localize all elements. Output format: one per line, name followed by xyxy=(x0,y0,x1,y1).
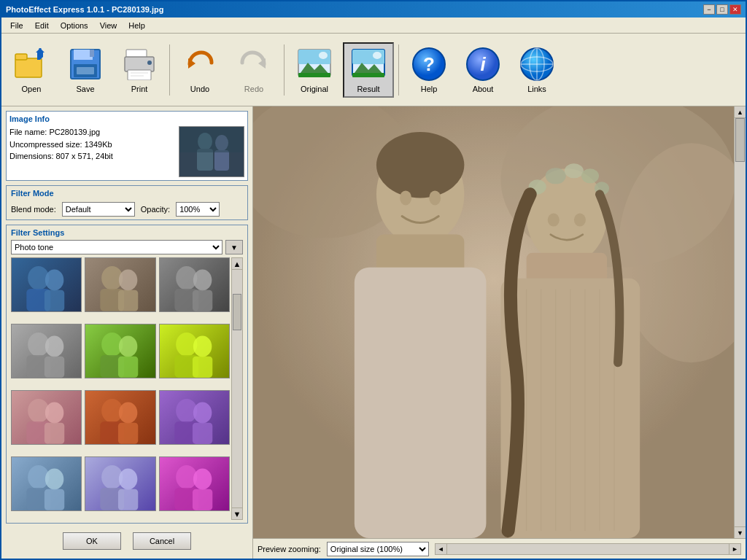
save-label: Save xyxy=(76,85,94,93)
filter-thumb-6[interactable] xyxy=(11,390,82,445)
menu-edit[interactable]: Edit xyxy=(29,20,55,31)
links-icon xyxy=(519,47,554,82)
svg-rect-63 xyxy=(118,357,138,378)
svg-rect-87 xyxy=(118,489,138,510)
menu-view[interactable]: View xyxy=(94,20,123,31)
svg-point-74 xyxy=(119,402,138,423)
filter-type-select[interactable]: Photo tone Sepia Black & White xyxy=(11,240,222,254)
minimize-button[interactable]: − xyxy=(703,4,715,15)
undo-icon xyxy=(182,47,217,82)
ok-button[interactable]: OK xyxy=(63,532,121,550)
cancel-button[interactable]: Cancel xyxy=(133,532,191,550)
toolbar-separator-3 xyxy=(398,44,399,96)
redo-button[interactable]: Redo xyxy=(228,43,279,97)
svg-rect-22 xyxy=(298,73,330,77)
svg-text:?: ? xyxy=(423,53,435,75)
toolbar-separator-2 xyxy=(284,44,285,96)
filter-thumbnail-grid xyxy=(11,257,231,520)
print-button[interactable]: Print xyxy=(114,43,165,97)
svg-rect-120 xyxy=(253,106,734,538)
redo-icon xyxy=(236,47,271,82)
about-button[interactable]: i About xyxy=(457,43,508,97)
undo-button[interactable]: Undo xyxy=(174,43,225,97)
blend-mode-select[interactable]: Default Normal Multiply Screen xyxy=(62,202,135,217)
grid-scroll-up[interactable]: ▲ xyxy=(232,258,242,270)
redo-label: Redo xyxy=(244,85,263,93)
svg-point-66 xyxy=(193,335,212,357)
filter-thumb-7[interactable] xyxy=(85,390,155,445)
menu-bar: File Edit Options View Help xyxy=(1,18,746,34)
filter-settings-title: Filter Settings xyxy=(11,228,243,237)
open-button[interactable]: Open xyxy=(6,43,57,97)
menu-options[interactable]: Options xyxy=(55,20,94,31)
filter-dropdown-button[interactable]: ▼ xyxy=(225,240,243,254)
original-label: Original xyxy=(301,85,328,93)
preview-vscrollbar: ▲ ▼ xyxy=(734,106,746,538)
filter-thumb-4[interactable] xyxy=(85,324,155,378)
filter-thumb-5[interactable] xyxy=(159,324,230,378)
result-button[interactable]: Result xyxy=(343,42,394,98)
filter-thumb-11[interactable] xyxy=(159,456,230,511)
svg-rect-0 xyxy=(15,58,42,77)
title-bar: PhotoEffect Express 1.0.1 - PC280139.jpg… xyxy=(1,1,746,18)
svg-rect-79 xyxy=(193,423,212,444)
filter-thumb-10[interactable] xyxy=(85,456,155,511)
links-label: Links xyxy=(527,85,546,93)
preview-scroll-down[interactable]: ▼ xyxy=(735,526,746,538)
filter-thumb-0[interactable] xyxy=(11,257,82,312)
menu-help[interactable]: Help xyxy=(123,20,151,31)
result-icon xyxy=(351,47,386,82)
filter-settings-box: Filter Settings Photo tone Sepia Black &… xyxy=(6,225,248,524)
original-button[interactable]: Original xyxy=(289,43,340,97)
toolbar: Open Save xyxy=(1,34,746,106)
original-icon xyxy=(297,47,332,82)
filter-thumb-9[interactable] xyxy=(11,456,82,511)
close-button[interactable]: ✕ xyxy=(729,4,741,15)
svg-rect-59 xyxy=(44,357,64,378)
svg-point-86 xyxy=(119,468,138,489)
preview-vscroll-thumb[interactable] xyxy=(735,118,745,162)
preview-hscroll-left[interactable]: ◄ xyxy=(436,544,447,554)
status-bar: Preview zooming: Original size (100%) Fi… xyxy=(253,538,746,559)
opacity-select[interactable]: 100% 75% 50% xyxy=(176,202,220,217)
maximize-button[interactable]: □ xyxy=(716,4,728,15)
result-label: Result xyxy=(357,85,379,93)
menu-file[interactable]: File xyxy=(4,20,29,31)
svg-text:i: i xyxy=(480,53,486,75)
preview-hscroll-track xyxy=(447,544,729,554)
svg-rect-71 xyxy=(44,423,64,444)
about-label: About xyxy=(473,85,494,93)
svg-point-78 xyxy=(193,402,212,423)
preview-hscroll-right[interactable]: ► xyxy=(729,544,740,554)
links-button[interactable]: Links xyxy=(511,43,562,97)
filter-thumb-8[interactable] xyxy=(159,390,230,445)
thumbnail-svg xyxy=(179,127,244,177)
help-button[interactable]: ? Help xyxy=(403,43,454,97)
preview-vscroll-track xyxy=(735,118,746,526)
svg-point-50 xyxy=(119,269,138,290)
title-bar-buttons: − □ ✕ xyxy=(703,4,741,15)
filter-thumb-3[interactable] xyxy=(11,324,82,378)
svg-point-54 xyxy=(193,269,212,290)
filter-select-row: Photo tone Sepia Black & White ▼ xyxy=(11,240,243,254)
svg-rect-42 xyxy=(214,150,229,171)
preview-scroll-up[interactable]: ▲ xyxy=(735,106,746,118)
image-info-title: Image Info xyxy=(9,114,244,123)
size-label: Uncompressed size: 1349Kb xyxy=(9,139,173,151)
save-button[interactable]: Save xyxy=(60,43,111,97)
filter-thumb-2[interactable] xyxy=(159,257,230,312)
filter-thumbnail-grid-container: ▲ ▼ xyxy=(11,257,243,520)
svg-point-90 xyxy=(193,468,212,489)
image-info-box: Image Info File name: PC280139.jpg Uncom… xyxy=(6,111,248,181)
svg-rect-83 xyxy=(44,489,64,510)
dimensions-label: Dimensions: 807 x 571, 24bit xyxy=(9,150,173,163)
grid-scroll-thumb[interactable] xyxy=(233,294,241,330)
main-window: PhotoEffect Express 1.0.1 - PC280139.jpg… xyxy=(0,0,747,560)
print-label: Print xyxy=(131,85,148,93)
window-title: PhotoEffect Express 1.0.1 - PC280139.jpg xyxy=(6,5,163,14)
filter-mode-row: Blend mode: Default Normal Multiply Scre… xyxy=(11,202,243,217)
open-label: Open xyxy=(22,85,42,93)
grid-scroll-down[interactable]: ▼ xyxy=(232,508,242,519)
filter-thumb-1[interactable] xyxy=(85,257,155,312)
zoom-select[interactable]: Original size (100%) Fit to window 50% 2… xyxy=(327,542,429,556)
